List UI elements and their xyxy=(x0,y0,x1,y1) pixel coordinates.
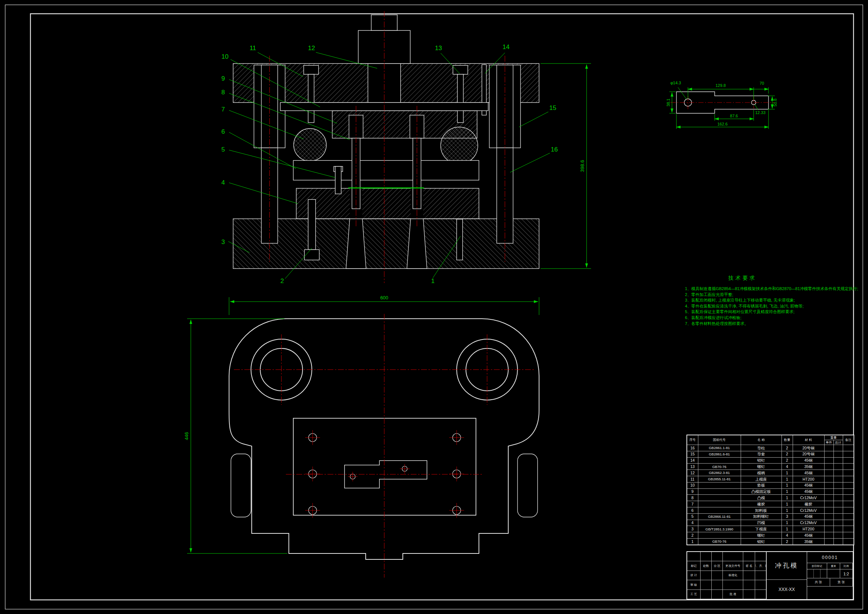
revision-cell xyxy=(743,552,755,561)
bom-cell-weight-total xyxy=(834,526,843,532)
technical-requirements: 技术要求 1、模具制造遵循GB2854—81冲模模架技术条件和GB2870—81… xyxy=(685,275,863,326)
callout-14: 14 xyxy=(503,44,510,51)
change-no-label: 更改文件号 xyxy=(723,561,743,570)
revision-cell xyxy=(712,552,723,561)
callout-11: 11 xyxy=(250,45,256,51)
bom-row: 2 螺钉 4 45钢 xyxy=(687,532,854,539)
bom-cell-qty: 1 xyxy=(781,488,793,495)
bom-cell-qty: 1 xyxy=(781,526,793,532)
bom-cell-name: 凸模 xyxy=(741,495,781,501)
bom-cell-qty: 1 xyxy=(781,470,793,476)
dim-detail-top2: 70 xyxy=(760,81,764,85)
bom-cell-note xyxy=(843,520,854,526)
dim-section-height: 398.6 xyxy=(580,160,585,173)
bom-header-weight-unit: 单件 xyxy=(824,440,834,445)
bom-cell-num: 4 xyxy=(687,520,698,526)
bom-cell-qty: 1 xyxy=(781,476,793,482)
bom-row: 4 凹模 1 Cr12MoV xyxy=(687,520,854,526)
bom-row: 11 GB2855.11-81 上模座 1 HT200 xyxy=(687,476,854,482)
bom-cell-weight-unit xyxy=(824,457,834,463)
bom-cell-weight-total xyxy=(834,513,843,520)
plan-centerlines xyxy=(234,314,535,578)
callout-1: 1 xyxy=(431,277,434,284)
bom-cell-code xyxy=(698,520,741,526)
bom-row: 13 GB70-76 螺钉 4 35钢 xyxy=(687,463,854,470)
date-label: 年、月、日 xyxy=(755,561,766,570)
stripper-bolt xyxy=(335,166,341,194)
bom-cell-name: 模柄 xyxy=(741,470,781,476)
bom-row: 1 GB70-76 销钉 2 35钢 xyxy=(687,538,854,544)
empty-cell xyxy=(755,590,766,599)
empty-cell xyxy=(743,580,755,589)
bom-cell-weight-unit xyxy=(824,451,834,457)
bom-cell-qty: 4 xyxy=(781,463,793,470)
bom-cell-name: 凸模固定板 xyxy=(741,488,781,495)
bom-cell-material: 45钢 xyxy=(793,532,824,539)
empty-cell xyxy=(701,580,712,589)
bom-cell-weight-total xyxy=(834,538,843,544)
rubber-left xyxy=(294,129,326,161)
bom-cell-note xyxy=(843,507,854,513)
bom-cell-num: 13 xyxy=(687,463,698,470)
empty-cell xyxy=(755,571,766,580)
bom-cell-material: Cr12MoV xyxy=(793,520,824,526)
sheet-no-label: 第 张 xyxy=(830,578,853,586)
bom-cell-weight-unit xyxy=(824,501,834,507)
sheet-total-label: 共 张 xyxy=(807,578,830,586)
info-label-row: 阶段标记 重量 比例 xyxy=(807,563,853,569)
bom-cell-note xyxy=(843,501,854,507)
bom-cell-code: GB2866.11-81 xyxy=(698,513,741,520)
bom-cell-note xyxy=(843,470,854,476)
bom-cell-material: 橡胶 xyxy=(793,501,824,507)
bom-cell-weight-unit xyxy=(824,507,834,513)
bom-cell-weight-unit xyxy=(824,520,834,526)
callout-2: 2 xyxy=(280,277,284,284)
bolt-lower-left xyxy=(308,199,316,250)
bom-cell-note xyxy=(843,532,854,539)
bom-cell-num: 1 xyxy=(687,538,698,544)
revision-cell xyxy=(701,552,712,561)
bom-cell-name: 卸料板 xyxy=(741,507,781,513)
bom-cell-code xyxy=(698,507,741,513)
bom-cell-name: 橡胶 xyxy=(741,501,781,507)
dowel-pin-lower xyxy=(457,219,463,260)
stage-mark-label: 阶段标记 xyxy=(807,563,827,569)
bom-cell-name: 垫板 xyxy=(741,482,781,488)
title-block-info-area: 00001 阶段标记 重量 比例 1:2 共 张 第 张 xyxy=(807,552,853,599)
bom-row: 3 GB/T2851.3.1990 下模座 1 HT200 xyxy=(687,526,854,532)
revision-cell xyxy=(755,552,766,561)
bom-cell-material: 35钢 xyxy=(793,463,824,470)
dim-detail-dia: φ14.3 xyxy=(671,81,681,85)
technical-requirement-item: 2、零件加工面应光滑平整; xyxy=(685,292,863,298)
bom-cell-material: HT200 xyxy=(793,476,824,482)
bom-cell-weight-total xyxy=(834,476,843,482)
bom-cell-code: GB70-76 xyxy=(698,538,741,544)
bom-cell-qty: 1 xyxy=(781,482,793,488)
bom-cell-weight-total xyxy=(834,482,843,488)
bom-cell-material: 45钢 xyxy=(793,482,824,488)
revision-cell xyxy=(687,552,701,561)
section-view xyxy=(233,15,539,269)
screw-left xyxy=(308,74,314,123)
bom-cell-code xyxy=(698,482,741,488)
bom-cell-material: 20号钢 xyxy=(793,451,824,457)
bom-cell-material: 45钢 xyxy=(793,513,824,520)
bom-cell-weight-unit xyxy=(824,488,834,495)
bom-cell-note xyxy=(843,526,854,532)
slug-hole-right xyxy=(407,219,427,269)
technical-requirements-title: 技术要求 xyxy=(705,275,780,281)
callout-13: 13 xyxy=(435,45,442,51)
bom-cell-weight-total xyxy=(834,463,843,470)
bom-header-num: 序号 xyxy=(687,435,698,445)
bom-cell-note xyxy=(843,451,854,457)
technical-requirement-item: 4、零件在装配前应清洗干净, 不得有锈斑毛刺, 飞边, 油污, 脏物等; xyxy=(685,303,863,309)
design-label: 设 计 xyxy=(687,571,701,580)
drawing-number: 00001 xyxy=(807,552,853,563)
bom-row: 10 垫板 1 45钢 xyxy=(687,482,854,488)
title-block-revision-area: 标记 处数 分 区 更改文件号 签 名 年、月、日 设 计 标准化 审 核 工 … xyxy=(687,552,766,599)
bom-row: 12 GB2862.3-81 模柄 1 45钢 xyxy=(687,470,854,476)
bom-cell-material: 45钢 xyxy=(793,457,824,463)
bom-cell-code xyxy=(698,495,741,501)
bom-cell-weight-unit xyxy=(824,476,834,482)
sheet-row: 共 张 第 张 xyxy=(807,578,853,586)
